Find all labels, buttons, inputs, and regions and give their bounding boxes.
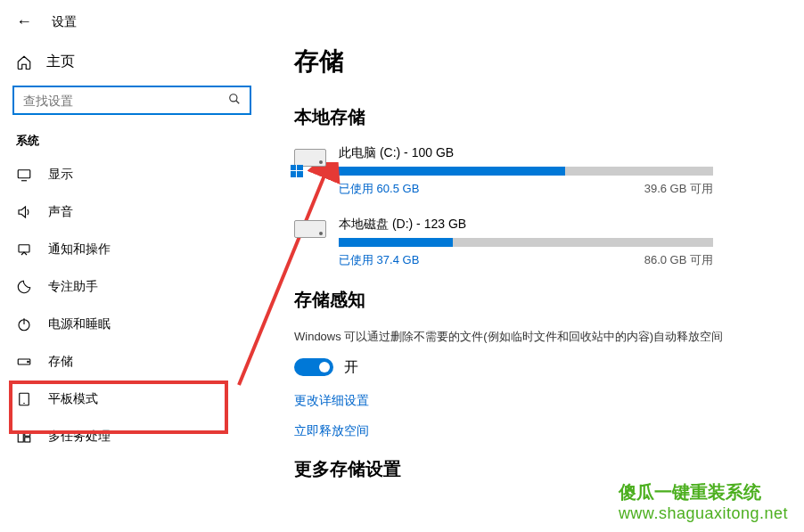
nav-label: 平板模式 [48,391,98,407]
drive-free: 39.6 GB 可用 [644,181,713,197]
sidebar-section-label: 系统 [12,133,267,156]
svg-line-1 [236,101,240,104]
sidebar-item-sound[interactable]: 声音 [12,193,232,231]
svg-rect-13 [25,438,30,442]
watermark: 傻瓜一键重装系统 www.shaguaxitong.net [619,480,788,523]
drive-usage-bar [339,238,713,247]
sidebar-item-tablet[interactable]: 平板模式 [12,381,232,418]
change-settings-link[interactable]: 更改详细设置 [294,393,767,409]
home-nav[interactable]: 主页 [12,45,267,86]
nav-label: 专注助手 [48,279,98,295]
svg-rect-12 [25,431,30,436]
display-icon [16,167,32,183]
sidebar-item-focus[interactable]: 专注助手 [12,268,232,306]
storage-icon [16,354,32,370]
search-input-container[interactable] [12,86,251,115]
sound-icon [16,204,32,220]
nav-label: 存储 [48,354,73,370]
back-button[interactable]: ← [16,12,32,31]
home-label: 主页 [46,53,75,71]
drive-icon [294,149,326,172]
drive-name: 此电脑 (C:) - 100 GB [339,145,767,161]
page-title: 存储 [294,45,767,78]
drive-used: 已使用 60.5 GB [339,181,419,197]
drive-usage-bar [339,167,713,176]
drive-row[interactable]: 本地磁盘 (D:) - 123 GB 已使用 37.4 GB 86.0 GB 可… [294,217,767,268]
search-input[interactable] [23,94,228,108]
svg-rect-2 [18,170,30,178]
nav-label: 电源和睡眠 [48,316,111,332]
nav-label: 多任务处理 [48,429,111,445]
search-icon [228,93,241,108]
nav-label: 通知和操作 [48,241,111,258]
storage-sense-toggle[interactable] [294,358,333,376]
focus-icon [16,279,32,295]
nav-label: 声音 [48,204,73,220]
storage-sense-heading: 存储感知 [294,288,767,312]
drive-icon [294,220,326,243]
sidebar-item-multitask[interactable]: 多任务处理 [12,418,232,455]
drive-row[interactable]: 此电脑 (C:) - 100 GB 已使用 60.5 GB 39.6 GB 可用 [294,145,767,197]
svg-rect-4 [19,245,29,252]
nav-label: 显示 [48,167,73,183]
power-icon [16,316,32,332]
toggle-label: 开 [344,358,358,377]
notifications-icon [16,241,32,258]
svg-point-8 [28,361,29,363]
storage-sense-desc: Windows 可以通过删除不需要的文件(例如临时文件和回收站中的内容)自动释放… [294,328,767,346]
free-space-link[interactable]: 立即释放空间 [294,423,767,439]
local-storage-heading: 本地存储 [294,105,767,129]
sidebar-item-power[interactable]: 电源和睡眠 [12,306,232,343]
sidebar-item-notifications[interactable]: 通知和操作 [12,231,232,268]
drive-free: 86.0 GB 可用 [644,252,713,268]
sidebar-item-display[interactable]: 显示 [12,156,232,193]
tablet-icon [16,391,32,407]
drive-used: 已使用 37.4 GB [339,252,419,268]
svg-rect-11 [18,431,23,442]
multitask-icon [16,429,32,445]
window-title: 设置 [52,14,77,30]
more-storage-heading: 更多存储设置 [294,457,767,481]
drive-name: 本地磁盘 (D:) - 123 GB [339,217,767,233]
svg-point-0 [230,94,237,102]
sidebar-item-storage[interactable]: 存储 [12,343,232,381]
home-icon [16,54,32,70]
